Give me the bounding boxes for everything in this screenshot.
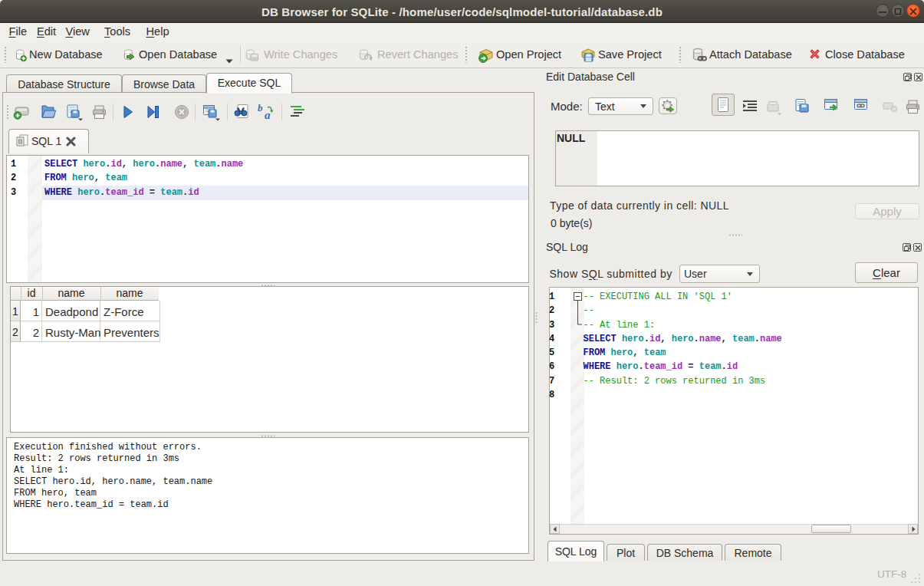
svg-text:b: b xyxy=(258,103,263,114)
svg-text:a: a xyxy=(265,109,271,121)
